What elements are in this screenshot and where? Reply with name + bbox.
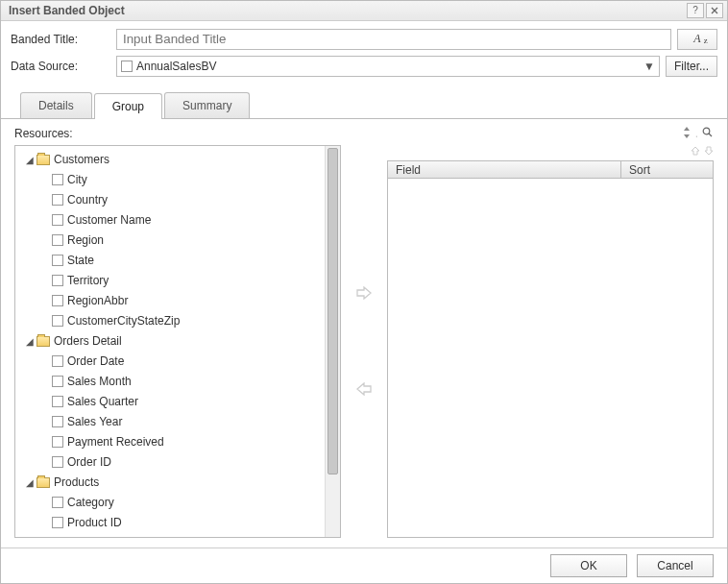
field-checkbox[interactable] bbox=[52, 295, 63, 306]
expand-toggle-icon[interactable]: ◢ bbox=[23, 477, 36, 488]
folder-icon bbox=[36, 155, 50, 165]
tab-body: Resources: . ◢CustomersCityCountryCustom… bbox=[1, 119, 727, 548]
close-icon bbox=[711, 7, 718, 14]
datasource-icon bbox=[121, 61, 133, 72]
tree-scrollbar[interactable] bbox=[325, 146, 340, 537]
tree-item[interactable]: Product ID bbox=[17, 513, 323, 533]
tree-item-label: RegionAbbr bbox=[67, 294, 128, 307]
tree-folder-label: Customers bbox=[54, 153, 109, 166]
field-checkbox[interactable] bbox=[52, 214, 63, 226]
add-field-button[interactable] bbox=[354, 283, 374, 303]
tree-item[interactable]: Category bbox=[17, 493, 323, 513]
tree-item[interactable]: Payment Received bbox=[17, 432, 323, 452]
data-source-select[interactable]: AnnualSalesBV ▼ bbox=[116, 56, 660, 77]
tree-item[interactable]: City bbox=[17, 170, 323, 190]
tab-group[interactable]: Group bbox=[94, 93, 162, 119]
expand-toggle-icon[interactable]: ◢ bbox=[23, 336, 36, 347]
tree-item[interactable]: CustomerCityStateZip bbox=[17, 311, 323, 331]
font-button[interactable]: Az bbox=[677, 29, 717, 50]
field-checkbox[interactable] bbox=[52, 355, 63, 367]
field-checkbox[interactable] bbox=[52, 174, 63, 185]
tab-summary[interactable]: Summary bbox=[164, 92, 250, 118]
tree-item-label: Order Date bbox=[67, 354, 124, 368]
data-source-value: AnnualSalesBV bbox=[136, 60, 642, 73]
field-checkbox[interactable] bbox=[52, 194, 63, 206]
move-up-button[interactable] bbox=[691, 146, 700, 158]
dialog-footer: OK Cancel bbox=[1, 548, 727, 583]
tree-item-label: Sales Month bbox=[67, 375, 132, 388]
titlebar: Insert Banded Object ? bbox=[1, 1, 727, 21]
resources-label: Resources: bbox=[14, 127, 680, 140]
tree-item[interactable]: State bbox=[17, 251, 323, 271]
tabs: Details Group Summary bbox=[1, 92, 727, 119]
tree-item-label: Customer Name bbox=[67, 213, 151, 227]
tree-folder-label: Products bbox=[54, 475, 99, 489]
tree-item[interactable]: Order Date bbox=[17, 352, 323, 372]
remove-field-button[interactable] bbox=[354, 379, 374, 399]
fields-table-body[interactable] bbox=[388, 179, 713, 537]
insert-banded-object-dialog: Insert Banded Object ? Banded Title: Az … bbox=[0, 0, 728, 584]
resources-tree[interactable]: ◢CustomersCityCountryCustomer NameRegion… bbox=[15, 146, 325, 537]
tree-item[interactable]: Country bbox=[17, 190, 323, 210]
field-checkbox[interactable] bbox=[52, 517, 63, 528]
tree-item-label: Product ID bbox=[67, 516, 122, 529]
field-checkbox[interactable] bbox=[52, 497, 63, 508]
tree-item-label: Sales Quarter bbox=[67, 395, 138, 408]
tree-folder[interactable]: ◢Customers bbox=[17, 150, 323, 170]
help-button[interactable]: ? bbox=[687, 3, 704, 18]
banded-title-input[interactable] bbox=[116, 29, 671, 50]
scroll-thumb[interactable] bbox=[328, 148, 338, 474]
tree-item-label: CustomerCityStateZip bbox=[67, 314, 180, 328]
field-checkbox[interactable] bbox=[52, 396, 63, 407]
tree-item-label: Order ID bbox=[67, 455, 111, 469]
field-checkbox[interactable] bbox=[52, 315, 63, 327]
tab-details[interactable]: Details bbox=[20, 92, 92, 118]
tree-folder[interactable]: ◢Orders Detail bbox=[17, 331, 323, 352]
tree-item[interactable]: RegionAbbr bbox=[17, 291, 323, 311]
tree-item[interactable]: Region bbox=[17, 231, 323, 251]
svg-line-1 bbox=[709, 134, 712, 136]
sort-toggle-icon[interactable] bbox=[680, 127, 693, 141]
tree-item-label: State bbox=[67, 254, 94, 267]
field-checkbox[interactable] bbox=[52, 255, 63, 266]
filter-button[interactable]: Filter... bbox=[666, 56, 717, 77]
tree-item-label: Country bbox=[67, 193, 108, 207]
arrow-left-icon bbox=[356, 382, 372, 396]
field-checkbox[interactable] bbox=[52, 416, 63, 427]
arrow-up-icon bbox=[691, 146, 700, 156]
folder-icon bbox=[36, 477, 50, 488]
expand-toggle-icon[interactable]: ◢ bbox=[23, 155, 36, 165]
tree-item-label: Payment Received bbox=[67, 435, 164, 449]
tree-item-label: Territory bbox=[67, 274, 109, 287]
tree-folder[interactable]: ◢Products bbox=[17, 473, 323, 493]
font-icon: Az bbox=[693, 32, 700, 46]
chevron-down-icon: ▼ bbox=[642, 60, 657, 73]
fields-table: Field Sort bbox=[387, 160, 714, 538]
tree-item[interactable]: Customer Name bbox=[17, 210, 323, 231]
tree-item-label: Region bbox=[67, 233, 104, 247]
banded-title-label: Banded Title: bbox=[11, 33, 116, 46]
field-checkbox[interactable] bbox=[52, 275, 63, 286]
ok-button[interactable]: OK bbox=[550, 554, 627, 577]
resources-tree-pane: ◢CustomersCityCountryCustomer NameRegion… bbox=[14, 145, 341, 538]
dialog-title: Insert Banded Object bbox=[9, 4, 685, 17]
tree-item[interactable]: Order ID bbox=[17, 452, 323, 473]
tree-item[interactable]: Sales Year bbox=[17, 412, 323, 432]
folder-icon bbox=[36, 336, 50, 347]
tree-item[interactable]: Sales Month bbox=[17, 372, 323, 392]
column-header-sort[interactable]: Sort bbox=[621, 161, 713, 178]
column-header-field[interactable]: Field bbox=[388, 161, 621, 178]
tree-item[interactable]: Territory bbox=[17, 271, 323, 291]
field-checkbox[interactable] bbox=[52, 436, 63, 448]
field-checkbox[interactable] bbox=[52, 376, 63, 387]
close-button[interactable] bbox=[706, 3, 723, 18]
svg-point-0 bbox=[703, 128, 710, 134]
tree-item-label: Sales Year bbox=[67, 415, 122, 428]
move-down-button[interactable] bbox=[704, 146, 714, 158]
search-icon[interactable] bbox=[700, 127, 714, 140]
field-checkbox[interactable] bbox=[52, 456, 63, 468]
arrow-down-icon bbox=[704, 146, 714, 156]
field-checkbox[interactable] bbox=[52, 234, 63, 246]
tree-item[interactable]: Sales Quarter bbox=[17, 392, 323, 412]
cancel-button[interactable]: Cancel bbox=[637, 554, 714, 577]
